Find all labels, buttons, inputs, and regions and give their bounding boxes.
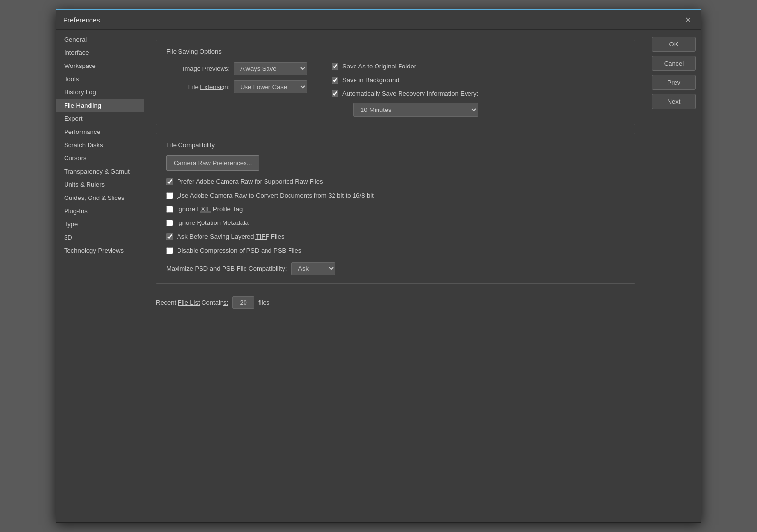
file-compat-title: File Compatibility [166, 141, 625, 149]
use-camera-raw-convert-checkbox[interactable] [166, 192, 173, 199]
file-extension-row: File Extension: Use Lower Case Use Upper… [166, 80, 307, 93]
sidebar-item-general[interactable]: General [56, 33, 144, 46]
ignore-exif-checkbox[interactable] [166, 206, 173, 213]
sidebar-item-transparency---gamut[interactable]: Transparency & Gamut [56, 165, 144, 178]
sidebar-item-units---rulers[interactable]: Units & Rulers [56, 178, 144, 191]
recent-files-row: Recent File List Contains: 20 files [156, 291, 635, 309]
sidebar-item-export[interactable]: Export [56, 112, 144, 125]
file-saving-checkboxes: Save As to Original Folder Save in Backg… [332, 62, 478, 117]
save-as-original-row: Save As to Original Folder [332, 62, 478, 71]
sidebar-item-performance[interactable]: Performance [56, 125, 144, 138]
file-saving-left: Image Previews: Always Save Never Save A… [166, 62, 307, 117]
ask-before-tiff-checkbox[interactable] [166, 233, 173, 240]
dialog-title: Preferences [63, 16, 100, 24]
main-content: File Saving Options Image Previews: Alwa… [144, 30, 647, 522]
maximize-label: Maximize PSD and PSB File Compatibility: [166, 265, 287, 272]
compat-checkbox-0: Prefer Adobe Camera Raw for Supported Ra… [166, 177, 625, 186]
sidebar-item-scratch-disks[interactable]: Scratch Disks [56, 138, 144, 152]
disable-compression-label: Disable Compression of PSD and PSB Files [177, 246, 301, 255]
next-button[interactable]: Next [652, 94, 696, 109]
action-buttons: OK Cancel Prev Next [647, 30, 701, 522]
save-in-background-checkbox[interactable] [332, 77, 338, 84]
file-compat-section: File Compatibility Camera Raw Preference… [156, 133, 635, 284]
compat-checkbox-3: Ignore Rotation Metadata [166, 219, 625, 227]
dialog-body: GeneralInterfaceWorkspaceToolsHistory Lo… [56, 30, 701, 522]
ask-before-tiff-label: Ask Before Saving Layered TIFF Files [177, 232, 284, 241]
prev-button[interactable]: Prev [652, 75, 696, 90]
image-previews-label: Image Previews: [166, 65, 230, 72]
save-as-original-checkbox[interactable] [332, 63, 338, 70]
sidebar-item-3d[interactable]: 3D [56, 231, 144, 244]
sidebar-item-technology-previews[interactable]: Technology Previews [56, 244, 144, 257]
ok-button[interactable]: OK [652, 37, 696, 52]
file-saving-section: File Saving Options Image Previews: Alwa… [156, 40, 635, 125]
prefer-camera-raw-checkbox[interactable] [166, 178, 173, 185]
disable-compression-checkbox[interactable] [166, 247, 173, 254]
compat-checkbox-1: Use Adobe Camera Raw to Convert Document… [166, 191, 625, 200]
file-saving-form-area: Image Previews: Always Save Never Save A… [166, 62, 625, 117]
prefer-camera-raw-label: Prefer Adobe Camera Raw for Supported Ra… [177, 177, 323, 186]
image-previews-row: Image Previews: Always Save Never Save A… [166, 62, 307, 75]
sidebar-item-cursors[interactable]: Cursors [56, 152, 144, 165]
sidebar-item-workspace[interactable]: Workspace [56, 59, 144, 72]
sidebar-item-history-log[interactable]: History Log [56, 86, 144, 99]
auto-save-content: Automatically Save Recovery Information … [342, 89, 478, 116]
save-as-original-label: Save As to Original Folder [342, 62, 416, 71]
auto-save-row: Automatically Save Recovery Information … [332, 89, 478, 116]
sidebar: GeneralInterfaceWorkspaceToolsHistory Lo… [56, 30, 144, 522]
compat-checkboxes: Prefer Adobe Camera Raw for Supported Ra… [166, 177, 625, 275]
recent-files-label: Recent File List Contains: [156, 299, 228, 306]
sidebar-item-interface[interactable]: Interface [56, 46, 144, 59]
preferences-dialog: Preferences ✕ GeneralInterfaceWorkspaceT… [56, 9, 701, 523]
compat-checkbox-4: Ask Before Saving Layered TIFF Files [166, 232, 625, 241]
close-button[interactable]: ✕ [682, 14, 694, 25]
use-camera-raw-convert-label: Use Adobe Camera Raw to Convert Document… [177, 191, 374, 200]
sidebar-item-type[interactable]: Type [56, 218, 144, 231]
sidebar-item-plug-ins[interactable]: Plug-Ins [56, 204, 144, 218]
ignore-rotation-label: Ignore Rotation Metadata [177, 219, 249, 227]
sidebar-item-tools[interactable]: Tools [56, 72, 144, 86]
auto-save-label: Automatically Save Recovery Information … [342, 89, 478, 98]
save-in-background-label: Save in Background [342, 76, 399, 85]
recent-files-suffix: files [258, 299, 269, 306]
file-saving-title: File Saving Options [166, 48, 625, 55]
file-extension-select[interactable]: Use Lower Case Use Upper Case [234, 80, 307, 93]
file-extension-label: File Extension: [166, 83, 230, 90]
maximize-select[interactable]: Ask Always Never [291, 262, 335, 275]
sidebar-item-guides--grid---slices[interactable]: Guides, Grid & Slices [56, 191, 144, 204]
camera-raw-preferences-button[interactable]: Camera Raw Preferences... [166, 155, 259, 171]
titlebar: Preferences ✕ [56, 10, 701, 30]
sidebar-item-file-handling[interactable]: File Handling [56, 99, 144, 112]
image-previews-select[interactable]: Always Save Never Save Ask When Saving [234, 62, 307, 75]
ignore-rotation-checkbox[interactable] [166, 220, 173, 226]
recent-files-input[interactable]: 20 [232, 296, 254, 309]
save-in-background-row: Save in Background [332, 76, 478, 85]
auto-save-checkbox[interactable] [332, 90, 338, 97]
compat-checkbox-5: Disable Compression of PSD and PSB Files [166, 246, 625, 255]
ignore-exif-label: Ignore EXIF Profile Tag [177, 205, 243, 214]
compat-checkbox-2: Ignore EXIF Profile Tag [166, 205, 625, 214]
cancel-button[interactable]: Cancel [652, 56, 696, 71]
auto-save-interval-select[interactable]: 1 Minute 5 Minutes 10 Minutes 15 Minutes… [353, 103, 478, 117]
maximize-row: Maximize PSD and PSB File Compatibility:… [166, 262, 625, 275]
